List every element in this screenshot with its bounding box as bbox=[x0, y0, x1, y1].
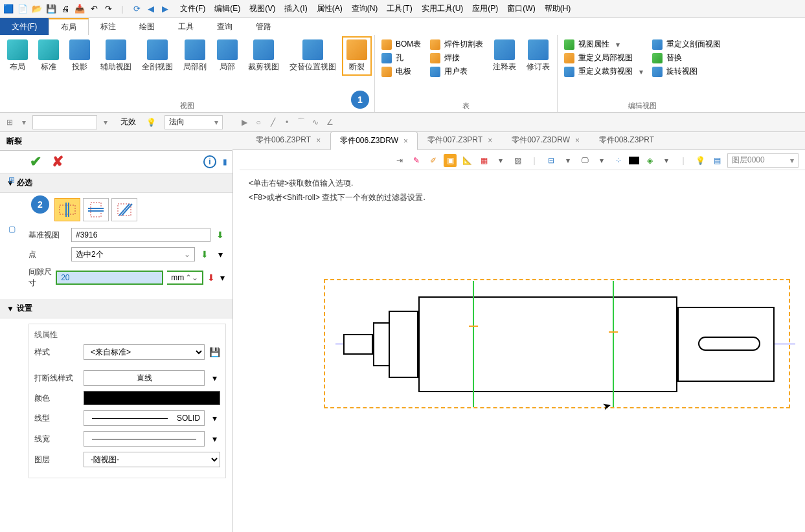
close-icon[interactable]: × bbox=[575, 136, 580, 145]
nav-back-icon[interactable]: ◀ bbox=[145, 3, 157, 15]
ribbon-btn-standard[interactable]: 标准 bbox=[34, 36, 63, 76]
ribbon-tab-draw[interactable]: 绘图 bbox=[128, 18, 166, 35]
ribbon-tab-layout[interactable]: 布局 bbox=[49, 18, 89, 35]
bulb-icon[interactable]: 💡 bbox=[694, 154, 707, 167]
layers-icon[interactable]: ◈ bbox=[643, 154, 656, 167]
breaktype-horizontal[interactable] bbox=[83, 198, 109, 221]
sidetab-break-icon[interactable]: ⊞ bbox=[4, 172, 19, 188]
chevron-down-icon[interactable]: ▾ bbox=[214, 249, 226, 260]
breaktype-diagonal[interactable] bbox=[111, 198, 137, 221]
cancel-button[interactable]: ✘ bbox=[48, 153, 67, 170]
ribbon-btn-rotate[interactable]: 旋转视图 bbox=[652, 66, 721, 77]
ribbon-btn-weld[interactable]: 焊接 bbox=[430, 52, 483, 63]
ribbon-btn-partialsection[interactable]: 局部剖 bbox=[179, 36, 211, 76]
brush-icon[interactable]: ✐ bbox=[427, 154, 440, 167]
import-icon[interactable]: 📥 bbox=[74, 3, 85, 15]
ribbon-tab-annotate[interactable]: 标注 bbox=[89, 18, 128, 35]
close-icon[interactable]: × bbox=[403, 137, 408, 146]
line-icon[interactable]: ╱ bbox=[267, 116, 278, 128]
ribbon-tab-query[interactable]: 查询 bbox=[205, 18, 244, 35]
linewidth-select[interactable] bbox=[84, 431, 205, 447]
drawing-area[interactable]: ➤ bbox=[240, 211, 805, 532]
chevron-down-icon[interactable]: ▾ bbox=[660, 154, 673, 167]
ribbon-btn-electrode[interactable]: 电极 bbox=[381, 66, 421, 77]
blackbox-icon[interactable] bbox=[629, 157, 639, 164]
save-icon[interactable]: 💾 bbox=[45, 3, 57, 15]
ribbon-tab-tools[interactable]: 工具 bbox=[166, 18, 205, 35]
breakstyle-select[interactable]: 直线 bbox=[84, 370, 205, 386]
grid-icon[interactable]: ▦ bbox=[477, 154, 490, 167]
chevron-down-icon[interactable]: ▾ bbox=[209, 412, 220, 424]
open-icon[interactable]: 📂 bbox=[31, 3, 43, 15]
print-icon[interactable]: 🖨 bbox=[60, 3, 71, 15]
gap-input[interactable] bbox=[56, 271, 163, 285]
menu-view[interactable]: 视图(V) bbox=[245, 1, 279, 17]
normal-dropdown[interactable]: 法向▾ bbox=[164, 115, 223, 129]
layer-dropdown[interactable]: 图层0000▾ bbox=[727, 153, 799, 168]
menu-attr[interactable]: 属性(A) bbox=[313, 1, 346, 17]
eraser-icon[interactable]: ✎ bbox=[410, 154, 423, 167]
chevron-down-icon[interactable]: ▾ bbox=[595, 154, 608, 167]
ribbon-btn-layout[interactable]: 布局 bbox=[3, 36, 32, 76]
nav-fwd-icon[interactable]: ▶ bbox=[159, 3, 171, 15]
apply-down-icon[interactable]: ⬇ bbox=[214, 229, 226, 241]
doctab-4[interactable]: 零件007.Z3DRW× bbox=[502, 131, 589, 150]
close-icon[interactable]: × bbox=[488, 136, 492, 145]
ruler-icon[interactable]: 📐 bbox=[460, 154, 473, 167]
undo-icon[interactable]: ↶ bbox=[88, 3, 100, 15]
linetype-select[interactable]: SOLID bbox=[84, 410, 205, 426]
ribbon-btn-break[interactable]: 断裂 bbox=[342, 36, 372, 76]
doctab-5[interactable]: 零件008.Z3PRT bbox=[589, 131, 664, 150]
break-line-1[interactable] bbox=[473, 281, 474, 407]
expand-icon[interactable]: ▮ bbox=[223, 157, 227, 166]
menu-tools[interactable]: 工具(T) bbox=[383, 1, 416, 17]
arc-icon[interactable]: ⌒ bbox=[295, 116, 307, 128]
layer-select[interactable]: -随视图- bbox=[84, 452, 220, 467]
apply-down-icon[interactable]: ⬇ bbox=[199, 249, 210, 260]
ribbon-btn-hole[interactable]: 孔 bbox=[381, 52, 421, 63]
screen-icon[interactable]: 🖵 bbox=[578, 154, 591, 167]
ribbon-btn-viewattr[interactable]: 视图属性▾ bbox=[564, 39, 643, 50]
menu-edit[interactable]: 编辑(E) bbox=[210, 1, 244, 17]
dots-icon[interactable]: ⁘ bbox=[612, 154, 625, 167]
breaktype-vertical[interactable] bbox=[54, 198, 80, 221]
box-icon[interactable]: ▣ bbox=[444, 154, 457, 167]
ok-button[interactable]: ✔ bbox=[26, 153, 45, 170]
bulb-icon[interactable]: 💡 bbox=[145, 116, 157, 128]
import-icon[interactable]: ⇥ bbox=[393, 154, 406, 167]
spline-icon[interactable]: ∿ bbox=[310, 116, 321, 128]
ribbon-btn-annotable[interactable]: 注释表 bbox=[488, 36, 521, 76]
sidetab-sheet-icon[interactable]: ▢ bbox=[4, 221, 19, 237]
point-combo[interactable]: 选中2个⌄ bbox=[71, 247, 195, 261]
dot-icon[interactable]: • bbox=[281, 116, 293, 128]
ribbon-btn-weldcut[interactable]: 焊件切割表 bbox=[430, 39, 483, 50]
chevron-down-icon[interactable]: ▾ bbox=[219, 272, 226, 283]
chevron-down-icon[interactable]: ▾ bbox=[209, 372, 220, 384]
refresh-icon[interactable]: ⟳ bbox=[131, 3, 142, 15]
chevron-down-icon[interactable]: ▾ bbox=[18, 116, 30, 128]
ribbon-btn-aux[interactable]: 辅助视图 bbox=[96, 36, 136, 76]
ribbon-btn-projection[interactable]: 投影 bbox=[65, 36, 95, 76]
ribbon-btn-replace[interactable]: 替换 bbox=[652, 52, 721, 63]
menu-help[interactable]: 帮助(H) bbox=[541, 1, 575, 17]
play-icon[interactable]: ▶ bbox=[238, 116, 250, 128]
align-icon[interactable]: ⊟ bbox=[545, 154, 558, 167]
new-icon[interactable]: 📄 bbox=[17, 3, 28, 15]
ribbon-btn-fullsection[interactable]: 全剖视图 bbox=[137, 36, 177, 76]
ribbon-tab-pipe[interactable]: 管路 bbox=[244, 18, 283, 35]
chevron-down-icon[interactable]: ▾ bbox=[494, 154, 507, 167]
axis-icon[interactable]: ⊞ bbox=[4, 116, 16, 128]
sheet-layers-icon[interactable]: ▤ bbox=[710, 154, 723, 167]
close-icon[interactable]: × bbox=[316, 136, 321, 145]
ribbon-btn-alternate[interactable]: 交替位置视图 bbox=[285, 36, 341, 76]
ribbon-btn-usertable[interactable]: 用户表 bbox=[430, 66, 483, 77]
ribbon-btn-bom[interactable]: BOM表 bbox=[381, 39, 421, 50]
doctab-1[interactable]: 零件006.Z3PRT× bbox=[246, 131, 330, 150]
ribbon-btn-revtable[interactable]: 修订表 bbox=[522, 36, 554, 76]
section-required[interactable]: ▼必选 bbox=[0, 173, 232, 193]
section-settings[interactable]: ▼设置 bbox=[0, 299, 232, 318]
angle-icon[interactable]: ∠ bbox=[324, 116, 335, 128]
circle-icon[interactable]: ○ bbox=[253, 116, 264, 128]
ribbon-btn-redefsection[interactable]: 重定义剖面视图 bbox=[652, 39, 721, 50]
info-button[interactable]: i bbox=[203, 155, 216, 168]
